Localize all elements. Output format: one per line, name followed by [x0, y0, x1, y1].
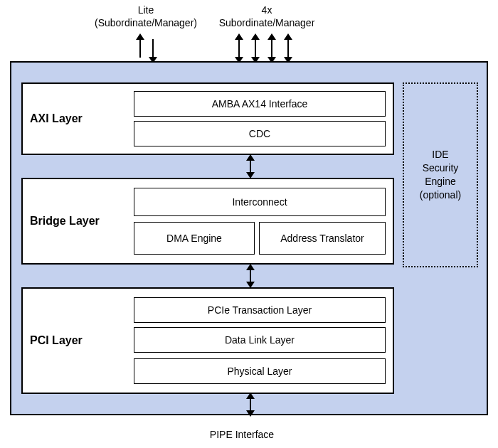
- arrow-4x-4-icon: [287, 39, 289, 58]
- arrow-pci-pipe-icon: [250, 398, 251, 411]
- diagram-canvas: Lite (Subordinate/Manager) 4x Subordinat…: [0, 0, 498, 448]
- system-container: AXI Layer AMBA AX14 Interface CDC Bridge…: [10, 61, 488, 415]
- axi-layer-title: AXI Layer: [30, 112, 129, 125]
- cdc-box: CDC: [134, 121, 386, 146]
- ide-security-engine-box: IDE Security Engine (optional): [403, 82, 478, 267]
- data-link-layer-box: Data Link Layer: [134, 327, 386, 353]
- arrow-lite-up-icon: [139, 39, 141, 58]
- dma-engine-box: DMA Engine: [134, 222, 255, 255]
- address-translator-box: Address Translator: [259, 222, 386, 255]
- label-4x: 4x Subordinate/Manager: [196, 4, 338, 29]
- amba-interface-box: AMBA AX14 Interface: [134, 91, 386, 117]
- bridge-layer-title: Bridge Layer: [30, 215, 129, 228]
- label-pipe: PIPE Interface: [185, 429, 299, 440]
- axi-layer-box: AXI Layer AMBA AX14 Interface CDC: [21, 82, 394, 155]
- arrow-bridge-pci-icon: [250, 270, 251, 282]
- arrow-lite-down-icon: [152, 39, 154, 58]
- interconnect-box: Interconnect: [134, 188, 386, 216]
- arrow-4x-2-icon: [255, 39, 256, 58]
- pci-layer-title: PCI Layer: [30, 334, 129, 347]
- bridge-layer-box: Bridge Layer Interconnect DMA Engine Add…: [21, 178, 394, 265]
- arrow-4x-1-icon: [238, 39, 240, 58]
- arrow-4x-3-icon: [271, 39, 272, 58]
- pcie-transaction-layer-box: PCIe Transaction Layer: [134, 297, 386, 323]
- pci-layer-box: PCI Layer PCIe Transaction Layer Data Li…: [21, 287, 394, 394]
- physical-layer-box: Physical Layer: [134, 358, 386, 384]
- arrow-axi-bridge-icon: [250, 160, 251, 173]
